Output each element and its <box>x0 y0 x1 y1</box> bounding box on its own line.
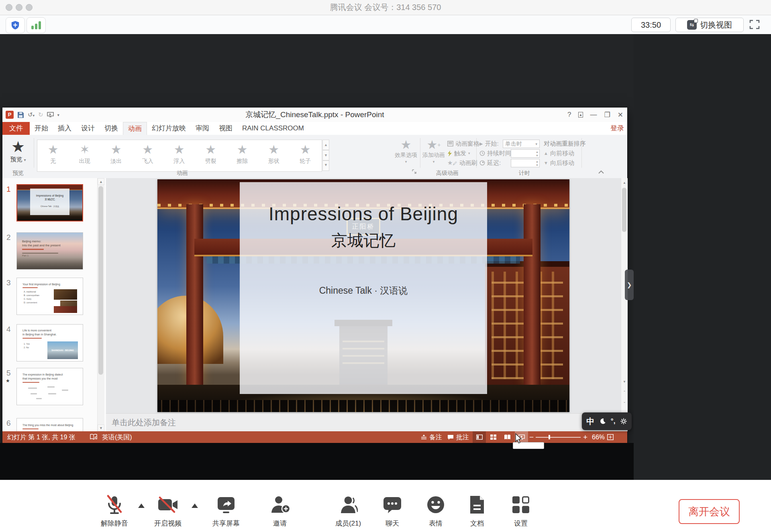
effect-fade[interactable]: ★淡出 <box>100 140 132 171</box>
effect-none[interactable]: ★无 <box>37 140 69 171</box>
moon-icon[interactable] <box>599 418 606 425</box>
duration-label: 持续时间: <box>487 150 513 157</box>
ppt-menubar: 文件 开始 插入 设计 切换 动画 幻灯片放映 审阅 视图 RAIN CLASS… <box>2 122 627 135</box>
start-dropdown[interactable]: 单击时▾ <box>503 140 540 148</box>
comments-toggle[interactable]: 批注 <box>447 431 469 443</box>
tab-rain-classroom[interactable]: RAIN CLASSROOM <box>237 122 309 135</box>
zoom-percent[interactable]: 66% <box>592 431 605 443</box>
tab-animations[interactable]: 动画 <box>123 122 147 135</box>
animation-pane-button[interactable]: 动画窗格 <box>447 139 479 148</box>
invite-button[interactable]: 邀请 <box>254 494 306 528</box>
thumb-number-4: 4 <box>6 325 11 334</box>
tab-slideshow[interactable]: 幻灯片放映 <box>147 122 191 135</box>
thumb3-image <box>54 289 77 300</box>
zoom-slider-thumb[interactable] <box>549 435 550 439</box>
proofing-icon[interactable] <box>90 434 97 440</box>
next-slide-icon[interactable]: ⌄ <box>621 398 628 406</box>
slide-thumbnail-panel: 1 Impressions of Beijing 京城记忆 Chinese Ta… <box>2 178 106 431</box>
delay-spinner[interactable]: ▲▼ <box>511 159 540 167</box>
tab-view[interactable]: 视图 <box>214 122 237 135</box>
tab-home[interactable]: 开始 <box>30 122 53 135</box>
slide-thumbnail-4[interactable]: Life is more convenient in Beijing than … <box>16 324 83 361</box>
gear-icon[interactable] <box>620 418 627 425</box>
zoom-in-icon[interactable]: + <box>583 431 587 443</box>
zoom-slider-track[interactable] <box>536 437 581 438</box>
slide-sorter-view-button[interactable] <box>487 431 500 443</box>
current-slide[interactable]: 正阳桥 Impressions of Beijing 京城记忆 Chinese … <box>157 179 569 412</box>
animation-painter-button[interactable]: ★🖉 动画刷 <box>447 158 477 168</box>
trigger-button[interactable]: 触发▾ <box>447 148 470 158</box>
language-status[interactable]: 英语(美国) <box>102 431 132 443</box>
zoom-out-icon[interactable]: − <box>529 431 534 443</box>
thumbnail-scrollbar[interactable]: ▲ ▼ <box>97 178 104 431</box>
scroll-up-icon[interactable]: ▲ <box>621 179 628 187</box>
unmute-button[interactable]: 解除静音 <box>88 494 141 528</box>
help-icon[interactable]: ? <box>567 111 571 119</box>
effect-shape[interactable]: ★形状 <box>258 140 290 171</box>
minimize-icon[interactable]: — <box>590 111 597 119</box>
move-earlier-button[interactable]: ▲向前移动 <box>544 148 574 158</box>
settings-button[interactable]: 设置 <box>495 494 547 528</box>
slide-title-block[interactable]: Impressions of Beijing 京城记忆 Chinese Talk… <box>240 182 487 394</box>
effect-float-in[interactable]: ★浮入 <box>163 140 195 171</box>
tab-design[interactable]: 设计 <box>76 122 100 135</box>
sign-in-link[interactable]: 登录 <box>610 122 624 135</box>
comment-icon <box>447 435 454 440</box>
video-options-arrow[interactable] <box>192 504 198 508</box>
duration-spinner[interactable]: ▲▼ <box>511 149 540 158</box>
slide-thumbnail-3[interactable]: Your first impression of Beijing A. trad… <box>16 278 83 315</box>
meeting-security-button[interactable] <box>6 17 25 33</box>
ime-language-indicator[interactable]: 中 <box>586 416 594 427</box>
slide-thumbnail-6[interactable]: The thing you miss the most about Beijin… <box>16 418 83 431</box>
dialog-launcher-icon[interactable] <box>412 169 416 174</box>
ribbon-display-icon[interactable]: ▴ <box>578 112 583 118</box>
switch-view-button[interactable]: ⇆ 切换视图 <box>675 18 744 32</box>
thumb-number-3: 3 <box>6 278 11 287</box>
gallery-down-icon[interactable]: ▼ <box>322 150 329 160</box>
gallery-more-icon[interactable]: ▼ <box>322 160 329 171</box>
effect-wheel[interactable]: ★轮子 <box>290 140 321 171</box>
start-video-button[interactable]: 开启视频 <box>142 494 194 528</box>
effect-appear[interactable]: ✶出现 <box>69 140 101 171</box>
tab-transitions[interactable]: 切换 <box>100 122 123 135</box>
close-icon[interactable]: ✕ <box>618 111 623 119</box>
effect-split[interactable]: ★劈裂 <box>195 140 227 171</box>
fullscreen-button[interactable] <box>748 18 761 30</box>
scroll-up-icon[interactable]: ▲ <box>98 178 104 185</box>
scroll-down-icon[interactable]: ▼ <box>98 424 104 431</box>
notes-toggle[interactable]: 备注 <box>421 431 442 443</box>
preview-button[interactable]: ★ 预览 ▾ <box>6 138 31 173</box>
notes-pane[interactable]: 单击此处添加备注 <box>106 413 627 431</box>
previous-slide-icon[interactable]: ⌃ <box>621 388 628 396</box>
meeting-topbar: 33:50 ⇆ 切换视图 <box>0 15 771 35</box>
meeting-window: 腾讯会议 会议号：314 356 570 33:50 ⇆ 切换视图 P ↺▾ <box>0 0 771 532</box>
leave-meeting-button[interactable]: 离开会议 <box>679 499 740 524</box>
reading-view-button[interactable] <box>501 431 514 443</box>
scroll-down-icon[interactable]: ▼ <box>621 378 628 386</box>
collapse-sidebar-handle[interactable]: ❯ <box>625 270 634 300</box>
fit-slide-icon[interactable] <box>607 434 614 440</box>
ime-toolbar[interactable]: 中 °, <box>582 412 632 430</box>
mic-muted-icon <box>105 495 124 515</box>
share-screen-button[interactable]: 共享屏幕 <box>200 494 252 528</box>
tab-file[interactable]: 文件 <box>2 122 30 135</box>
network-quality-button[interactable] <box>27 17 46 33</box>
meeting-title: 腾讯会议 会议号：314 356 570 <box>0 0 771 15</box>
effect-wipe[interactable]: ★擦除 <box>226 140 258 171</box>
switch-view-label: 切换视图 <box>700 20 732 30</box>
slide-thumbnail-2[interactable]: Beijing memo: Into the past and the pres… <box>16 232 83 270</box>
slide-tagline: Chinese Talk · 汉语说 <box>240 284 487 297</box>
restore-icon[interactable]: ❐ <box>604 111 610 119</box>
normal-view-button[interactable] <box>473 431 486 443</box>
collapse-ribbon-icon[interactable] <box>598 170 604 174</box>
slide-scrollbar[interactable]: ▲ ▼ ⌃ ⌄ <box>621 178 628 431</box>
effect-fly-in[interactable]: ★飞入 <box>132 140 164 171</box>
punctuation-mode-icon[interactable]: °, <box>611 417 616 425</box>
tab-insert[interactable]: 插入 <box>53 122 76 135</box>
tab-review[interactable]: 审阅 <box>191 122 214 135</box>
gallery-up-icon[interactable]: ▲ <box>322 140 329 150</box>
slide-thumbnail-5[interactable]: The expression in Beijing dialect that i… <box>16 368 83 405</box>
move-later-button[interactable]: ▼向后移动 <box>544 158 574 168</box>
ppt-window-controls: ? ▴ — ❐ ✕ <box>567 108 623 122</box>
slide-thumbnail-1[interactable]: Impressions of Beijing 京城记忆 Chinese Talk… <box>16 184 83 221</box>
